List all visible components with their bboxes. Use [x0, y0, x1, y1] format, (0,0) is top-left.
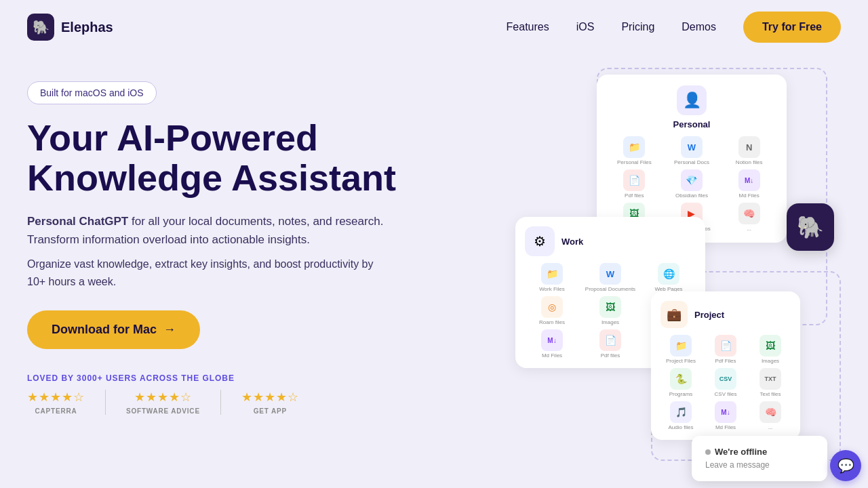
hero-title: Your AI-Powered Knowledge Assistant	[27, 118, 475, 199]
software-advice-stars: ★★★★☆	[134, 390, 192, 405]
file-icon: M↓	[738, 169, 760, 191]
list-item: 🎵 Audio files	[660, 401, 701, 430]
list-item: 📄 Pdf files	[583, 329, 637, 359]
getapp-stars: ★★★★☆	[241, 390, 299, 405]
file-icon: 📄	[623, 169, 645, 191]
file-icon: 🧠	[738, 203, 760, 224]
logo-icon: 🐘	[27, 14, 54, 41]
project-files-grid: 📁 Project Files 📄 Pdf Files 🖼 Images 🐍 P…	[660, 335, 791, 430]
social-proof: LOVED BY 3000+ USERS ACROSS THE GLOBE ★★…	[27, 373, 475, 415]
file-icon: 🎵	[670, 401, 692, 423]
navbar: 🐘 Elephas Features iOS Pricing Demos Try…	[0, 0, 868, 54]
logo[interactable]: 🐘 Elephas	[27, 14, 113, 41]
file-icon: CSV	[715, 368, 736, 390]
try-free-button[interactable]: Try for Free	[743, 12, 841, 43]
list-item: W Personal Docs	[665, 136, 719, 165]
chat-status: We're offline	[705, 447, 814, 457]
file-icon: ◎	[541, 296, 563, 318]
file-icon: 📄	[599, 329, 621, 351]
list-item: M↓ Md Files	[525, 329, 579, 359]
list-item: 📁 Work Files	[525, 263, 579, 292]
chat-open-button[interactable]: 💬	[830, 450, 861, 481]
list-item: 🧠 ...	[722, 203, 776, 232]
list-item: 🧠 ...	[750, 401, 791, 430]
file-icon: TXT	[760, 368, 781, 390]
file-icon: 🧠	[760, 401, 781, 423]
chat-leave-message: Leave a message	[705, 460, 770, 470]
file-icon: 📁	[670, 335, 692, 357]
file-icon: 💎	[681, 169, 703, 191]
platform-badge: Built for macOS and iOS	[27, 81, 157, 104]
file-icon: N	[738, 136, 760, 158]
list-item: 🌐 Web Pages	[642, 263, 696, 292]
list-item: 🖼 Images	[750, 335, 791, 364]
nav-features[interactable]: Features	[507, 21, 549, 33]
file-icon: 🖼	[599, 296, 621, 318]
hero-description-2: Organize vast knowledge, extract key ins…	[27, 256, 393, 290]
rating-capterra: ★★★★☆ CAPTERRA	[27, 390, 106, 415]
chat-icon: 💬	[837, 458, 854, 474]
chat-popup: We're offline Leave a message	[692, 436, 827, 481]
list-item: CSV CSV files	[705, 368, 746, 397]
elephas-app-icon: 🐘	[787, 203, 834, 251]
list-item: 📁 Project Files	[660, 335, 701, 364]
nav-links: Features iOS Pricing Demos Try for Free	[507, 12, 841, 43]
nav-pricing[interactable]: Pricing	[621, 21, 654, 33]
hero-section: Built for macOS and iOS Your AI-Powered …	[0, 54, 868, 488]
file-icon: 📄	[715, 335, 736, 357]
file-icon: W	[681, 136, 703, 158]
file-icon: 📁	[541, 263, 563, 285]
loved-text: LOVED BY 3000+ USERS ACROSS THE GLOBE	[27, 373, 475, 383]
personal-icon: 👤	[677, 85, 707, 115]
list-item: 📁 Personal Files	[608, 136, 661, 165]
file-icon: 🐍	[670, 368, 692, 390]
rating-software-advice: ★★★★☆ SOFTWARE ADVICE	[106, 390, 221, 415]
list-item: 📄 Pdf files	[608, 169, 661, 199]
nav-demos[interactable]: Demos	[682, 21, 716, 33]
list-item: M↓ Md Files	[705, 401, 746, 430]
file-icon: W	[599, 263, 621, 285]
list-item: 🐍 Programs	[660, 368, 701, 397]
offline-dot	[705, 449, 711, 455]
nav-ios[interactable]: iOS	[576, 21, 595, 33]
list-item: N Notion files	[722, 136, 776, 165]
project-icon: 💼	[660, 301, 688, 328]
list-item: 🖼 Images	[583, 296, 637, 325]
hero-left: Built for macOS and iOS Your AI-Powered …	[27, 68, 475, 488]
list-item: TXT Text files	[750, 368, 791, 397]
list-item: ◎ Roam files	[525, 296, 579, 325]
personal-card-header: 👤 Personal	[608, 85, 776, 129]
file-icon: 📁	[623, 136, 645, 158]
work-icon: ⚙	[525, 226, 555, 256]
file-icon: M↓	[541, 329, 563, 351]
list-item: M↓ Md Files	[722, 169, 776, 199]
project-card: 💼 Project 📁 Project Files 📄 Pdf Files 🖼 …	[651, 291, 800, 440]
capterra-stars: ★★★★☆	[27, 390, 85, 405]
ratings-row: ★★★★☆ CAPTERRA ★★★★☆ SOFTWARE ADVICE ★★★…	[27, 390, 475, 415]
download-mac-button[interactable]: Download for Mac →	[27, 310, 200, 349]
chat-offline-text: We're offline	[715, 447, 767, 457]
software-advice-label: SOFTWARE ADVICE	[126, 407, 200, 415]
list-item: 📄 Pdf Files	[705, 335, 746, 364]
rating-getapp: ★★★★☆ GET APP	[221, 390, 319, 415]
getapp-label: GET APP	[254, 407, 287, 415]
logo-text: Elephas	[61, 20, 113, 35]
capterra-label: CAPTERRA	[35, 407, 77, 415]
arrow-icon: →	[163, 323, 176, 337]
file-icon: 🖼	[760, 335, 781, 357]
list-item: 💎 Obsidian files	[665, 169, 719, 199]
hero-illustration: 👤 Personal 📁 Personal Files W Personal D…	[502, 68, 841, 488]
file-icon: 🌐	[658, 263, 679, 285]
file-icon: M↓	[715, 401, 736, 423]
hero-description-1: Personal ChatGPT for all your local docu…	[27, 212, 393, 249]
list-item: W Proposal Documents	[583, 263, 637, 292]
